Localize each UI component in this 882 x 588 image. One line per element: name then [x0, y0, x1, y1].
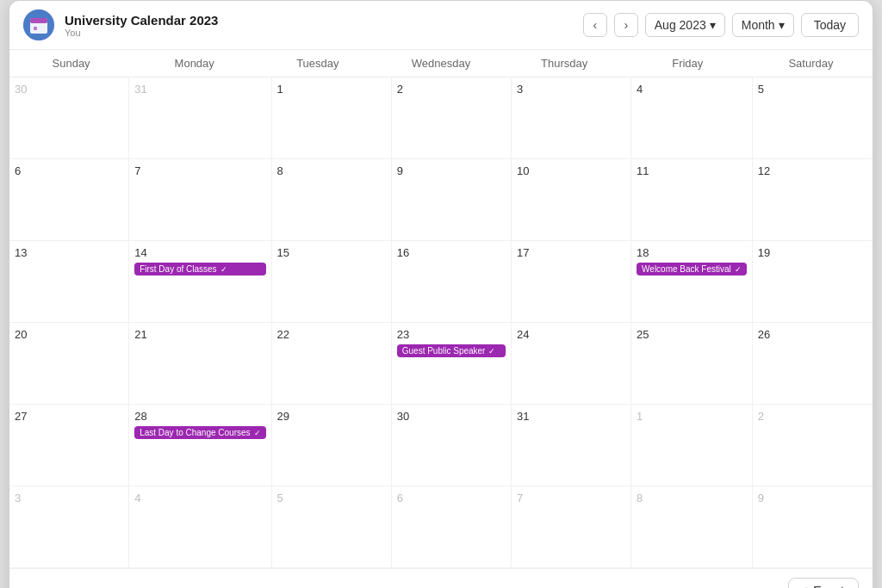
day-cell[interactable]: 9: [392, 159, 512, 241]
day-number: 22: [277, 328, 386, 341]
day-cell[interactable]: 8: [631, 486, 753, 568]
day-number: 4: [134, 492, 265, 504]
day-cell[interactable]: 24: [512, 323, 631, 405]
event-chip[interactable]: Last Day to Change Courses✓: [134, 426, 265, 439]
day-cell[interactable]: 18Welcome Back Festival✓: [631, 241, 753, 323]
event-label: Last Day to Change Courses: [140, 428, 250, 437]
day-cell[interactable]: 4: [631, 77, 753, 159]
day-cell[interactable]: 17: [512, 241, 631, 323]
day-number: 8: [277, 164, 386, 177]
app-subtitle: You: [65, 28, 573, 38]
header-controls: ‹ › Aug 2023 ▾ Month ▾ Today: [583, 13, 859, 37]
day-number: 8: [637, 492, 747, 504]
day-cell[interactable]: 2: [392, 77, 512, 159]
view-dropdown-icon: ▾: [779, 18, 785, 32]
day-cell[interactable]: 5: [272, 486, 392, 568]
day-cell[interactable]: 31: [129, 77, 271, 159]
day-number: 26: [758, 328, 867, 341]
svg-rect-2: [30, 18, 47, 23]
day-number: 9: [758, 492, 867, 504]
event-check-icon: ✓: [488, 347, 495, 356]
add-event-button[interactable]: + Event: [788, 578, 859, 588]
day-cell[interactable]: 9: [753, 486, 873, 568]
today-button[interactable]: Today: [801, 13, 859, 37]
day-cell[interactable]: 3: [9, 486, 129, 568]
day-header-tuesday: Tuesday: [256, 50, 379, 77]
event-check-icon: ✓: [220, 265, 227, 274]
day-cell[interactable]: 25: [631, 323, 753, 405]
day-cell[interactable]: 30: [392, 405, 512, 486]
day-cell[interactable]: 14First Day of Classes✓: [129, 241, 271, 323]
day-number: 30: [397, 410, 506, 423]
day-number: 1: [637, 410, 747, 423]
event-chip[interactable]: Guest Public Speaker✓: [397, 344, 506, 357]
day-cell[interactable]: 21: [129, 323, 271, 405]
day-cell[interactable]: 3: [512, 77, 631, 159]
title-group: University Calendar 2023 You: [65, 13, 573, 38]
day-cell[interactable]: 6: [9, 159, 129, 241]
day-cell[interactable]: 1: [631, 405, 753, 486]
day-cell[interactable]: 27: [9, 405, 129, 486]
day-number: 17: [517, 246, 625, 259]
day-cell[interactable]: 1: [272, 77, 392, 159]
day-cell[interactable]: 6: [392, 486, 512, 568]
event-label: First Day of Classes: [140, 264, 216, 274]
day-number: 20: [15, 328, 123, 341]
day-cell[interactable]: 30: [9, 77, 129, 159]
day-cell[interactable]: 15: [272, 241, 392, 323]
day-number: 15: [277, 246, 386, 259]
day-cell[interactable]: 13: [9, 241, 129, 323]
app-icon: [23, 9, 54, 40]
day-header-saturday: Saturday: [749, 50, 873, 77]
day-number: 3: [15, 492, 123, 504]
day-number: 7: [134, 164, 265, 177]
event-chip[interactable]: First Day of Classes✓: [134, 263, 265, 275]
day-number: 9: [397, 164, 506, 177]
day-cell[interactable]: 19: [753, 241, 873, 323]
day-cell[interactable]: 26: [753, 323, 873, 405]
day-number: 23: [397, 328, 506, 341]
month-display: Aug 2023: [655, 18, 706, 32]
day-number: 14: [134, 246, 265, 259]
day-cell[interactable]: 29: [272, 405, 392, 486]
day-cell[interactable]: 23Guest Public Speaker✓: [392, 323, 512, 405]
day-cell[interactable]: 4: [129, 486, 271, 568]
day-number: 25: [637, 328, 747, 341]
day-cell[interactable]: 5: [753, 77, 873, 159]
calendar-grid: 30311234567891011121314First Day of Clas…: [9, 77, 873, 568]
day-number: 13: [15, 246, 123, 259]
calendar-body: SundayMondayTuesdayWednesdayThursdayFrid…: [9, 50, 873, 568]
day-cell[interactable]: 28Last Day to Change Courses✓: [129, 405, 271, 486]
day-headers: SundayMondayTuesdayWednesdayThursdayFrid…: [9, 50, 873, 77]
day-cell[interactable]: 8: [272, 159, 392, 241]
view-selector[interactable]: Month ▾: [732, 13, 794, 37]
day-number: 2: [758, 410, 867, 423]
month-dropdown-icon: ▾: [710, 18, 716, 32]
day-cell[interactable]: 16: [392, 241, 512, 323]
day-cell[interactable]: 2: [753, 405, 873, 486]
prev-button[interactable]: ‹: [583, 13, 607, 37]
day-number: 4: [637, 83, 747, 96]
day-number: 1: [277, 83, 386, 96]
day-number: 31: [134, 83, 265, 96]
day-number: 10: [517, 164, 625, 177]
view-label: Month: [742, 18, 775, 32]
event-label: Welcome Back Festival: [642, 264, 731, 274]
day-number: 6: [397, 492, 506, 504]
day-number: 7: [517, 492, 625, 504]
event-chip[interactable]: Welcome Back Festival✓: [637, 263, 747, 275]
day-cell[interactable]: 10: [512, 159, 631, 241]
footer-row: + Event: [9, 568, 873, 588]
day-cell[interactable]: 12: [753, 159, 873, 241]
day-cell[interactable]: 7: [129, 159, 271, 241]
day-number: 3: [517, 83, 625, 96]
day-cell[interactable]: 22: [272, 323, 392, 405]
day-cell[interactable]: 11: [631, 159, 753, 241]
event-check-icon: ✓: [254, 429, 261, 437]
next-button[interactable]: ›: [614, 13, 638, 37]
day-cell[interactable]: 7: [512, 486, 631, 568]
day-number: 24: [517, 328, 625, 341]
day-cell[interactable]: 31: [512, 405, 631, 486]
day-cell[interactable]: 20: [9, 323, 129, 405]
month-selector[interactable]: Aug 2023 ▾: [645, 13, 725, 37]
